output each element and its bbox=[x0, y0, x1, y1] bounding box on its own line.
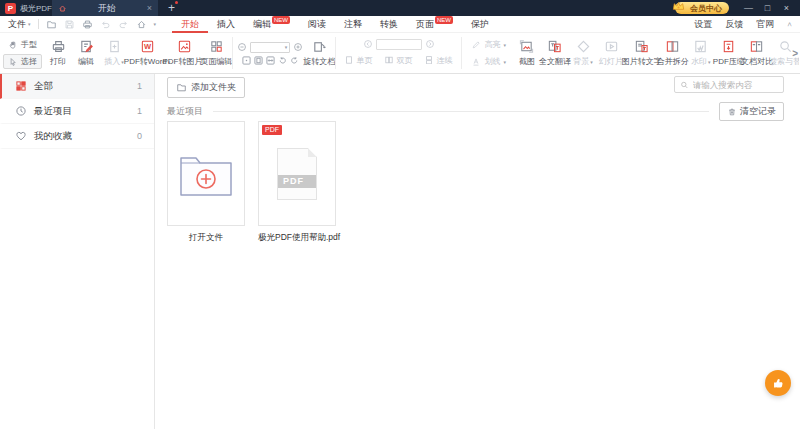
sidebar-item-favorites[interactable]: 我的收藏 0 bbox=[0, 124, 154, 149]
new-tab-button[interactable]: + bbox=[168, 0, 175, 16]
redo-icon[interactable] bbox=[118, 19, 129, 30]
add-folder-button[interactable]: 添加文件夹 bbox=[167, 77, 245, 98]
merge-split-button[interactable]: 合并拆分 bbox=[659, 34, 687, 72]
tab-page[interactable]: 页面NEW bbox=[407, 16, 462, 33]
menu-bar: 文件 ▾ ▾ 开始 插入 编辑NEW 阅读 注释 转换 页面NEW 保护 设置 … bbox=[0, 16, 800, 33]
settings-link[interactable]: 设置 bbox=[694, 18, 712, 31]
select-tool-button[interactable]: 选择 bbox=[3, 54, 42, 69]
edit-button[interactable]: 编辑 bbox=[72, 34, 100, 72]
open-file-icon[interactable] bbox=[46, 19, 57, 30]
undo-icon[interactable] bbox=[100, 19, 111, 30]
search-box[interactable] bbox=[674, 76, 784, 93]
grid-icon bbox=[15, 80, 27, 92]
underline-button[interactable]: 划线 ▾ bbox=[466, 54, 511, 69]
tab-insert[interactable]: 插入 bbox=[208, 16, 244, 33]
ribbon-tabs: 开始 插入 编辑NEW 阅读 注释 转换 页面NEW 保护 bbox=[172, 16, 498, 33]
slideshow-button[interactable]: 幻灯片 bbox=[597, 34, 625, 72]
rotate-document-button[interactable]: 旋转文档 bbox=[305, 34, 333, 72]
page-fold-icon bbox=[308, 148, 317, 157]
search-icon bbox=[778, 39, 793, 54]
translate-button[interactable]: 全文翻译 bbox=[541, 34, 569, 72]
content-area: 全部 1 最近项目 1 我的收藏 0 添加文件夹 bbox=[0, 74, 800, 429]
single-page-button[interactable]: 单页 bbox=[340, 53, 377, 68]
previous-page-icon[interactable] bbox=[363, 39, 373, 49]
toolbar-overflow-chevron-icon[interactable]: > bbox=[792, 48, 798, 59]
search-input[interactable] bbox=[693, 80, 778, 90]
sidebar-item-all[interactable]: 全部 1 bbox=[0, 74, 154, 99]
divider bbox=[461, 37, 462, 69]
rotate-left-icon[interactable] bbox=[278, 56, 287, 65]
fit-width-icon[interactable] bbox=[266, 56, 275, 65]
rotate-right-icon[interactable] bbox=[290, 56, 299, 65]
recent-pdf-card[interactable]: PDF PDF 极光PDF使用帮助.pdf bbox=[258, 121, 336, 244]
tab-home[interactable]: 开始 bbox=[172, 16, 208, 33]
screenshot-button[interactable]: 截图 bbox=[513, 34, 541, 72]
pointer-tools: 手型 选择 bbox=[3, 37, 42, 69]
add-folder-label: 添加文件夹 bbox=[191, 81, 236, 94]
hand-tool-button[interactable]: 手型 bbox=[3, 37, 42, 52]
image-to-text-button[interactable]: 图片转文字 bbox=[625, 34, 659, 72]
file-menu[interactable]: 文件 ▾ bbox=[8, 18, 31, 31]
website-link[interactable]: 官网 bbox=[756, 18, 774, 31]
tab-close-icon[interactable]: × bbox=[147, 3, 152, 13]
pdf-label-band: PDF bbox=[278, 175, 316, 188]
sidebar-item-recent[interactable]: 最近项目 1 bbox=[0, 99, 154, 124]
cursor-icon bbox=[8, 57, 18, 67]
watermark-button[interactable]: 水印▾ bbox=[687, 34, 715, 72]
crown-icon bbox=[671, 0, 686, 14]
pdf-page-thumbnail: PDF bbox=[277, 148, 317, 200]
tab-read[interactable]: 阅读 bbox=[299, 16, 335, 33]
app-name: 极光PDF bbox=[20, 3, 52, 14]
tab-edit-label: 编辑 bbox=[253, 19, 271, 29]
continuous-button[interactable]: 连续 bbox=[420, 53, 457, 68]
rotate-document-label: 旋转文档 bbox=[303, 56, 335, 67]
slideshow-label: 幻灯片 bbox=[599, 56, 623, 67]
recent-pdf-card-box[interactable]: PDF PDF bbox=[258, 121, 336, 226]
maximize-button[interactable]: □ bbox=[758, 0, 777, 16]
compress-icon bbox=[721, 39, 736, 54]
tab-edit[interactable]: 编辑NEW bbox=[244, 16, 299, 33]
open-file-card-box[interactable] bbox=[167, 121, 245, 226]
zoom-out-icon[interactable] bbox=[237, 42, 247, 52]
pdf-to-image-button[interactable]: PDF转图片▾ bbox=[166, 34, 202, 72]
doc-compare-button[interactable]: 文档对比 bbox=[743, 34, 771, 72]
next-page-icon[interactable] bbox=[425, 39, 435, 49]
search-icon bbox=[680, 80, 689, 90]
page-edit-button[interactable]: 页面编辑 bbox=[202, 34, 230, 72]
pdf-compress-button[interactable]: PDF压缩 bbox=[715, 34, 743, 72]
open-file-card[interactable]: 打开文件 bbox=[167, 121, 245, 244]
save-icon[interactable] bbox=[64, 19, 75, 30]
page-navigation: 单页 双页 连续 bbox=[340, 39, 457, 68]
home-icon[interactable] bbox=[136, 19, 147, 30]
zoom-level-select[interactable]: ▾ bbox=[250, 42, 290, 53]
tab-annotate[interactable]: 注释 bbox=[335, 16, 371, 33]
sidebar-item-recent-label: 最近项目 bbox=[34, 105, 72, 118]
actual-size-icon[interactable] bbox=[242, 56, 251, 65]
single-page-label: 单页 bbox=[356, 55, 372, 66]
pdf-to-word-button[interactable]: W PDF转Word▾ bbox=[128, 34, 166, 72]
print-icon[interactable] bbox=[82, 19, 93, 30]
tab-convert[interactable]: 转换 bbox=[371, 16, 407, 33]
collapse-ribbon-icon[interactable]: > bbox=[785, 22, 794, 27]
feedback-link[interactable]: 反馈 bbox=[725, 18, 743, 31]
tab-page-label: 页面 bbox=[416, 19, 434, 29]
document-tab[interactable]: 开始 × bbox=[52, 0, 158, 16]
print-button[interactable]: 打印 bbox=[44, 34, 72, 72]
page-number-input[interactable] bbox=[376, 39, 422, 50]
folder-add-icon bbox=[179, 151, 233, 197]
zoom-in-icon[interactable] bbox=[293, 42, 303, 52]
pdf-to-image-label: PDF转图片 bbox=[162, 56, 202, 67]
close-button[interactable]: × bbox=[777, 0, 796, 16]
double-page-button[interactable]: 双页 bbox=[380, 53, 417, 68]
fit-page-icon[interactable] bbox=[254, 56, 263, 65]
tab-protect[interactable]: 保护 bbox=[462, 16, 498, 33]
customize-caret-icon[interactable]: ▾ bbox=[154, 21, 157, 27]
vip-center-button[interactable]: 会员中心 bbox=[675, 2, 729, 14]
clear-records-button[interactable]: 清空记录 bbox=[719, 102, 784, 121]
background-button[interactable]: 背景▾ bbox=[569, 34, 597, 72]
feedback-fab-button[interactable] bbox=[765, 370, 791, 396]
caret-down-icon: ▾ bbox=[28, 21, 31, 27]
minimize-button[interactable]: — bbox=[739, 0, 758, 16]
highlight-button[interactable]: 高亮 ▾ bbox=[466, 37, 511, 52]
underline-icon bbox=[471, 57, 481, 67]
